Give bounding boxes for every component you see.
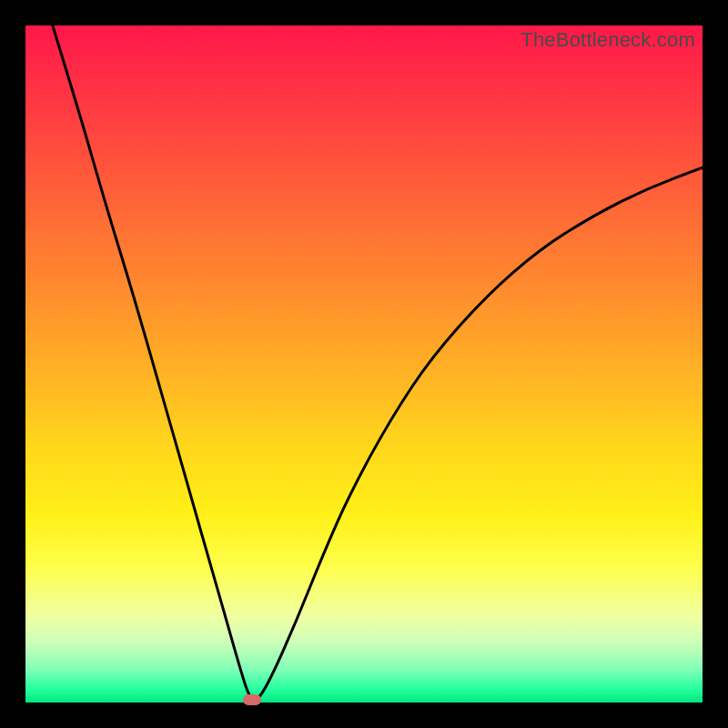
chart-frame: TheBottleneck.com <box>0 0 728 728</box>
min-marker <box>243 694 261 705</box>
bottleneck-curve <box>25 25 703 703</box>
plot-area: TheBottleneck.com <box>25 25 703 703</box>
